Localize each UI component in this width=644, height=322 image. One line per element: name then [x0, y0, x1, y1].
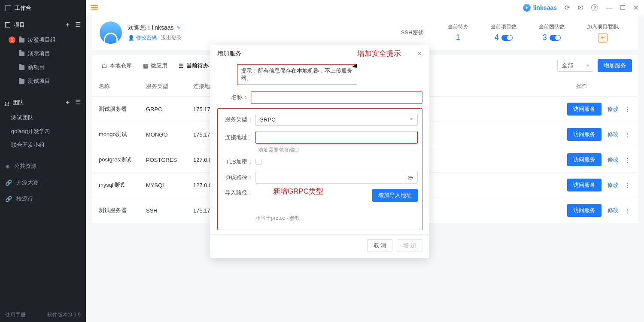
type-select[interactable]: GRPC [255, 113, 418, 126]
sidebar-opensource[interactable]: 🔗开源大赛 [0, 174, 86, 191]
refresh-icon[interactable]: ⟳ [565, 4, 570, 12]
list-icon[interactable]: ☰ [75, 98, 81, 106]
addr-label: 连接地址 [222, 134, 255, 141]
minimize-icon[interactable]: — [606, 4, 612, 12]
modify-button[interactable]: 修改 [608, 181, 619, 189]
sidebar-school[interactable]: 🔗校源行 [0, 191, 86, 207]
sidebar-project-group[interactable]: 2 凌鲨项目组 [0, 33, 86, 47]
more-icon[interactable]: ⋮ [625, 131, 631, 138]
sidebar-project-0[interactable]: 演示项目 [0, 47, 86, 61]
add-service-button[interactable]: 增加服务 [598, 59, 632, 72]
help-icon[interactable]: ? [591, 4, 598, 11]
cell-name: mysql测试 [99, 181, 146, 189]
cell-name: 测试服务器 [99, 105, 146, 113]
filter-select[interactable]: 全部 [557, 60, 593, 72]
cell-name: mongo测试 [99, 131, 146, 138]
avatar [100, 21, 122, 44]
tab-microapp[interactable]: ▦微应用 [140, 60, 171, 71]
join-button[interactable]: ＋ [598, 33, 608, 43]
modify-button[interactable]: 修改 [608, 131, 619, 138]
access-button[interactable]: 访问服务 [567, 179, 601, 191]
modify-button[interactable]: 修改 [608, 156, 619, 164]
add-project-icon[interactable]: ＋ [64, 21, 71, 29]
close-icon[interactable]: ✕ [417, 50, 422, 58]
modify-button[interactable]: 修改 [608, 105, 619, 113]
sidebar-team-2[interactable]: 联合开发小组 [0, 138, 86, 152]
mail-icon[interactable]: ✉ [578, 4, 583, 12]
sidebar: 工作台 项目 ＋ ☰ 2 凌鲨项目组 演示项目 新项目 测试项目 ஐ团队 ＋ ☰… [0, 0, 86, 322]
sidebar-project-1[interactable]: 新项目 [0, 61, 86, 74]
cube-icon [5, 5, 11, 11]
toggle-projects[interactable] [501, 35, 513, 41]
cell-type: MYSQL [146, 182, 193, 188]
version-label: 软件版本:0.9.9 [47, 311, 81, 319]
callout-grpc: 新增GRPC类型 [273, 186, 323, 196]
projects-group[interactable]: 项目 ＋ ☰ [0, 16, 86, 33]
access-button[interactable]: 访问服务 [567, 153, 601, 166]
name-label: 名称 [217, 94, 251, 101]
workbench-label: 工作台 [15, 4, 31, 12]
access-button[interactable]: 访问服务 [567, 128, 601, 141]
sidebar-project-2[interactable]: 测试项目 [0, 74, 86, 88]
list-icon[interactable]: ☰ [75, 21, 81, 29]
grpc-section: 服务类型 GRPC 连接地址 地址需要包含端口 TLS加密 协议路径 🗁 导入路 [217, 108, 422, 230]
close-icon[interactable]: ✕ [633, 4, 639, 12]
addr-input[interactable] [255, 131, 418, 144]
browse-folder-icon[interactable]: 🗁 [403, 171, 418, 184]
user-icon: 👤 [128, 35, 134, 41]
link-icon: 🔗 [5, 196, 12, 202]
link-icon: 🔗 [5, 179, 12, 186]
more-icon[interactable]: ⋮ [625, 106, 631, 112]
sidebar-public-resources[interactable]: ⊕公共资源 [0, 158, 86, 174]
cell-type: GRPC [146, 106, 193, 112]
stat-projects: 当前项目数 4 [480, 23, 528, 42]
team-icon: ஐ [5, 99, 9, 106]
tab-todo[interactable]: ☰当前待办 [175, 60, 212, 71]
welcome-text: 欢迎您！linksaas [128, 24, 174, 32]
add-service-modal: 增加服务 ✕ 提示：所有信息保存在本地机器，不上传服务器。 名称 服务类型 GR… [210, 45, 429, 258]
import-hint: 相当于protoc -I参数 [255, 215, 300, 222]
sidebar-team-1[interactable]: golang开发学习 [0, 125, 86, 138]
folder-icon [19, 79, 24, 84]
ok-button[interactable]: 增 加 [397, 239, 422, 252]
more-icon[interactable]: ⋮ [625, 182, 631, 188]
name-input[interactable] [251, 91, 422, 104]
proto-input[interactable] [255, 171, 403, 184]
tls-checkbox[interactable] [255, 159, 261, 165]
folder-icon [19, 38, 24, 43]
sidebar-team-0[interactable]: 测试团队 [0, 111, 86, 125]
titlebar: ✦ linksaas ⟳ ✉ ? — ☐ ✕ [86, 0, 644, 15]
teams-group[interactable]: ஐ团队 ＋ ☰ [0, 94, 86, 111]
add-team-icon[interactable]: ＋ [64, 98, 71, 106]
stat-teams: 当前团队数 3 [528, 23, 576, 42]
add-import-button[interactable]: 增加导入地址 [372, 189, 418, 202]
edit-icon[interactable]: ✎ [176, 25, 181, 31]
modify-button[interactable]: 修改 [608, 207, 619, 214]
access-button[interactable]: 访问服务 [567, 204, 601, 217]
logout-link[interactable]: 退出登录 [161, 34, 182, 42]
modal-title: 增加服务 [217, 50, 241, 58]
stat-todo: 当前待办 1 [437, 23, 480, 42]
menu-icon[interactable] [91, 5, 98, 10]
manual-link[interactable]: 使用手册 [5, 311, 26, 319]
badge-count: 2 [9, 36, 15, 43]
brand: ✦ linksaas [523, 4, 557, 12]
import-label: 导入路径 [222, 189, 255, 197]
more-icon[interactable]: ⋮ [625, 157, 631, 163]
toggle-teams[interactable] [550, 35, 561, 41]
sidebar-footer: 使用手册 软件版本:0.9.9 [0, 308, 86, 322]
maximize-icon[interactable]: ☐ [620, 4, 626, 12]
tls-label: TLS加密 [222, 158, 255, 166]
stat-join: 加入项目/团队 ＋ [576, 23, 630, 43]
cancel-button[interactable]: 取 消 [367, 239, 393, 252]
change-password-link[interactable]: 👤修改密码 [128, 34, 157, 42]
ssh-key-link[interactable]: SSH密钥 [401, 29, 424, 36]
workbench-header[interactable]: 工作台 [0, 0, 86, 16]
access-button[interactable]: 访问服务 [567, 103, 601, 115]
more-icon[interactable]: ⋮ [625, 207, 631, 214]
globe-icon: ⊕ [5, 163, 10, 170]
list-icon: ☰ [179, 63, 184, 69]
tab-local-repo[interactable]: 🗀本地仓库 [98, 60, 135, 71]
folder-icon [19, 65, 24, 70]
logo-icon: ✦ [523, 4, 531, 12]
